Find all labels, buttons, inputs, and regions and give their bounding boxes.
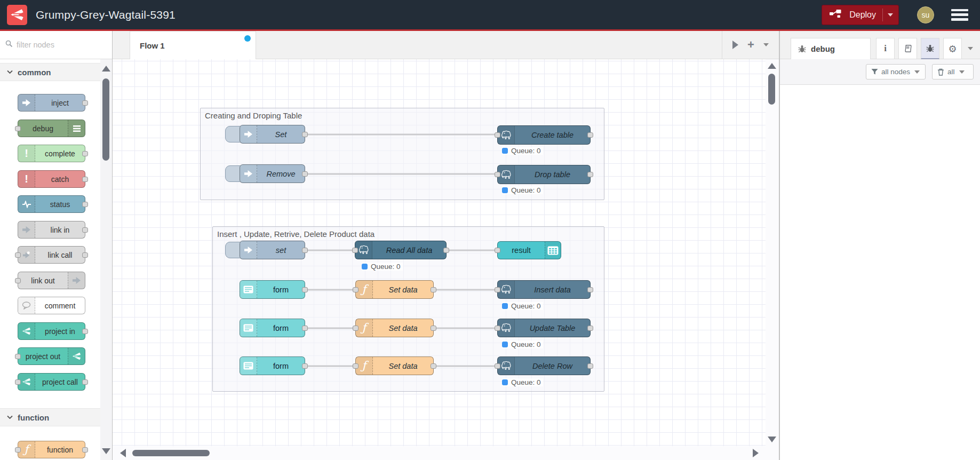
output-port[interactable] (82, 447, 88, 453)
input-port[interactable] (495, 132, 500, 138)
input-port[interactable] (495, 326, 500, 331)
input-port[interactable] (15, 126, 21, 131)
input-port[interactable] (352, 248, 358, 253)
palette-node-project-out[interactable]: project out (18, 347, 85, 365)
canvas-hscroll-thumb[interactable] (132, 450, 210, 456)
output-port[interactable] (431, 326, 436, 331)
output-port[interactable] (82, 202, 88, 207)
palette-node-link-out[interactable]: link out (18, 272, 85, 289)
sidebar-tab-debug-icon-button[interactable] (921, 38, 939, 59)
inject-button[interactable] (225, 242, 241, 258)
sidebar-tab-debug[interactable]: debug (791, 38, 871, 59)
scroll-up-icon[interactable] (768, 63, 776, 69)
inject-node-set2[interactable]: set (240, 241, 305, 259)
debug-filter-button[interactable]: all nodes (866, 64, 926, 80)
postgres-node-create-table[interactable]: Create table (497, 125, 591, 145)
postgres-node-drop-table[interactable]: Drop table (497, 165, 591, 184)
output-port[interactable] (82, 151, 88, 156)
output-port[interactable] (302, 287, 308, 292)
function-node-set-data[interactable]: ƒ Set data (355, 280, 434, 299)
palette-scrollbar[interactable] (100, 59, 112, 460)
canvas-vscroll-thumb[interactable] (768, 74, 775, 105)
input-port[interactable] (15, 447, 21, 453)
output-port[interactable] (302, 132, 308, 137)
palette-category-common[interactable]: common (0, 63, 100, 81)
palette-category-function[interactable]: function (0, 408, 100, 426)
add-flow-button[interactable]: + (747, 39, 754, 50)
sidebar-menu-chevron-icon[interactable] (968, 47, 973, 50)
inject-node-remove[interactable]: Remove (240, 164, 305, 183)
scroll-down-icon[interactable] (102, 448, 110, 454)
form-node[interactable]: form (240, 319, 305, 337)
sidebar-tab-info[interactable]: i (876, 38, 895, 59)
palette-node-link-call[interactable]: link call (18, 246, 85, 264)
input-port[interactable] (15, 379, 21, 385)
palette-node-project-in[interactable]: project in (18, 322, 85, 340)
deploy-button[interactable]: Deploy (822, 5, 899, 25)
group-creating-dropping-table[interactable]: Creating and Droping Table (200, 108, 604, 200)
postgres-node-read-all-data[interactable]: Read All data (355, 241, 447, 259)
output-port[interactable] (302, 171, 308, 177)
debug-messages-panel[interactable] (780, 85, 980, 460)
postgres-node-delete-row[interactable]: Delete Row (497, 356, 591, 375)
output-port[interactable] (82, 227, 88, 233)
output-port[interactable] (82, 252, 88, 258)
palette-scroll-thumb[interactable] (102, 78, 109, 161)
palette-node-function[interactable]: ƒ function (18, 441, 85, 458)
sidebar-tab-config[interactable]: ⚙ (943, 38, 962, 59)
scroll-up-icon[interactable] (102, 66, 110, 72)
main-menu-icon[interactable] (951, 9, 968, 21)
input-port[interactable] (495, 172, 500, 177)
tab-flow1[interactable]: Flow 1 (130, 31, 256, 59)
input-port[interactable] (15, 354, 21, 359)
scroll-down-icon[interactable] (768, 437, 776, 442)
output-port[interactable] (302, 363, 308, 369)
deploy-options-chevron-icon[interactable] (888, 13, 893, 17)
flow-canvas[interactable]: Creating and Droping Table Set Create ta… (113, 59, 779, 460)
function-node-set-data[interactable]: ƒ Set data (355, 356, 434, 375)
output-port[interactable] (587, 363, 593, 369)
palette-node-catch[interactable]: ! catch (18, 170, 85, 188)
output-port[interactable] (82, 329, 88, 334)
palette-node-debug[interactable]: debug (18, 120, 85, 137)
flow-list-chevron-icon[interactable] (763, 43, 769, 46)
output-port[interactable] (431, 363, 436, 369)
inject-button[interactable] (225, 126, 241, 142)
palette-node-comment[interactable]: comment (18, 297, 85, 314)
palette-node-status[interactable]: status (18, 195, 85, 213)
canvas-horizontal-scrollbar[interactable] (113, 446, 766, 460)
output-port[interactable] (82, 379, 88, 385)
output-port[interactable] (82, 177, 88, 182)
output-port[interactable] (431, 287, 436, 292)
table-node-result[interactable]: result (497, 241, 561, 259)
output-port[interactable] (443, 248, 449, 253)
scroll-right-icon[interactable] (753, 449, 759, 457)
palette-search-input[interactable]: filter nodes (0, 31, 112, 59)
postgres-node-insert-data[interactable]: Insert data (497, 280, 591, 299)
debug-clear-button[interactable]: all (932, 64, 974, 80)
input-port[interactable] (353, 326, 358, 331)
tab-scroll-right-icon[interactable] (732, 41, 738, 49)
input-port[interactable] (353, 363, 358, 369)
input-port[interactable] (15, 252, 21, 258)
output-port[interactable] (302, 248, 308, 253)
postgres-node-update-table[interactable]: Update Table (497, 319, 591, 337)
output-port[interactable] (587, 326, 593, 331)
scroll-left-icon[interactable] (120, 449, 126, 457)
input-port[interactable] (495, 363, 500, 369)
function-node-set-data[interactable]: ƒ Set data (355, 319, 434, 337)
output-port[interactable] (587, 172, 593, 177)
palette-node-inject[interactable]: inject (18, 94, 85, 112)
input-port[interactable] (495, 248, 500, 253)
inject-button[interactable] (225, 165, 241, 182)
output-port[interactable] (587, 132, 593, 138)
canvas-vertical-scrollbar[interactable] (766, 59, 779, 460)
input-port[interactable] (495, 287, 500, 292)
input-port[interactable] (15, 278, 21, 283)
output-port[interactable] (82, 100, 88, 106)
output-port[interactable] (302, 326, 308, 331)
user-avatar[interactable]: su (917, 6, 934, 23)
input-port[interactable] (353, 287, 358, 292)
palette-node-complete[interactable]: ! complete (18, 145, 85, 162)
palette-node-project-call[interactable]: project call (18, 373, 85, 391)
